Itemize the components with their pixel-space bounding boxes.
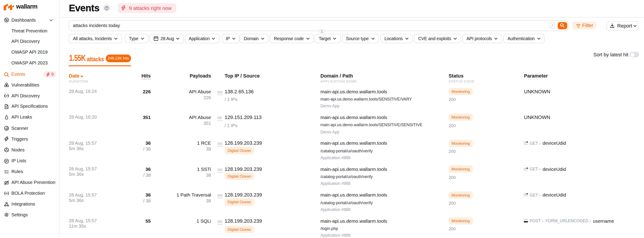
svg-text:ID: ID: [6, 192, 8, 194]
svg-text:IP: IP: [5, 160, 8, 162]
